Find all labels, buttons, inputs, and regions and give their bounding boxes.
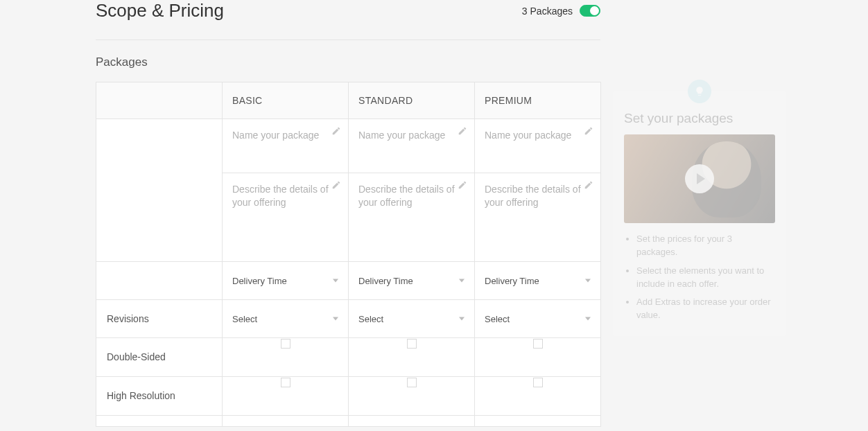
package-name-placeholder: Name your package	[232, 130, 319, 141]
high-res-checkbox-premium[interactable]	[533, 378, 543, 387]
package-name-placeholder: Name your package	[358, 130, 445, 141]
table-row	[223, 416, 349, 427]
table-row	[96, 416, 223, 427]
double-sided-row-label: Double-Sided	[96, 338, 223, 377]
pencil-icon	[584, 126, 593, 136]
pencil-icon	[458, 126, 467, 136]
revisions-row-label: Revisions	[96, 300, 223, 338]
package-name-placeholder: Name your package	[485, 130, 571, 141]
tips-video[interactable]	[624, 134, 775, 223]
play-icon	[685, 164, 714, 193]
revisions-select-premium[interactable]: Select	[475, 300, 600, 337]
column-header-premium: PREMIUM	[475, 82, 601, 119]
tips-title: Set your packages	[624, 111, 775, 126]
double-sided-checkbox-standard[interactable]	[407, 339, 417, 349]
tips-item: Add Extras to increase your order value.	[636, 296, 775, 322]
packages-table: BASIC STANDARD PREMIUM Name your package…	[96, 82, 601, 427]
package-desc-placeholder: Describe the details of your offering	[232, 184, 329, 208]
package-desc-placeholder: Describe the details of your offering	[358, 184, 455, 208]
delivery-select-premium[interactable]: Delivery Time	[475, 262, 600, 299]
table-row	[349, 416, 475, 427]
package-desc-input-standard[interactable]: Describe the details of your offering	[349, 173, 475, 262]
revisions-select-basic[interactable]: Select	[223, 300, 348, 337]
delivery-select-basic[interactable]: Delivery Time	[223, 262, 348, 299]
high-res-checkbox-basic[interactable]	[281, 378, 290, 387]
delivery-select-standard[interactable]: Delivery Time	[349, 262, 474, 299]
caret-down-icon	[333, 279, 338, 283]
pencil-icon	[331, 180, 341, 190]
package-desc-input-premium[interactable]: Describe the details of your offering	[475, 173, 601, 262]
pencil-icon	[458, 180, 467, 190]
package-name-input-standard[interactable]: Name your package	[349, 119, 475, 173]
revisions-select-value: Select	[232, 314, 257, 324]
package-name-input-basic[interactable]: Name your package	[223, 119, 349, 173]
bulb-icon	[688, 80, 711, 103]
page-title: Scope & Pricing	[96, 0, 224, 21]
high-res-row-label: High Resolution	[96, 377, 223, 416]
pencil-icon	[584, 180, 593, 190]
caret-down-icon	[459, 279, 465, 283]
caret-down-icon	[585, 279, 591, 283]
revisions-select-value: Select	[485, 314, 510, 324]
table-corner	[96, 82, 223, 119]
caret-down-icon	[585, 317, 591, 321]
high-res-checkbox-standard[interactable]	[407, 378, 417, 387]
tips-item: Select the elements you want to include …	[636, 265, 775, 291]
package-desc-placeholder: Describe the details of your offering	[485, 184, 581, 208]
toggle-knob	[590, 6, 599, 15]
revisions-select-value: Select	[358, 314, 383, 324]
column-header-standard: STANDARD	[349, 82, 475, 119]
column-header-basic: BASIC	[223, 82, 349, 119]
package-name-input-premium[interactable]: Name your package	[475, 119, 601, 173]
tips-card: Set your packages Set the prices for you…	[613, 91, 786, 336]
packages-section-title: Packages	[96, 55, 600, 69]
delivery-row-label	[96, 262, 223, 300]
tips-item: Set the prices for your 3 packages.	[636, 233, 775, 259]
caret-down-icon	[333, 317, 338, 321]
revisions-select-standard[interactable]: Select	[349, 300, 474, 337]
delivery-select-value: Delivery Time	[358, 276, 413, 286]
packages-toggle-label: 3 Packages	[522, 6, 573, 17]
name-desc-row-label	[96, 119, 223, 262]
caret-down-icon	[459, 317, 465, 321]
delivery-select-value: Delivery Time	[485, 276, 539, 286]
package-desc-input-basic[interactable]: Describe the details of your offering	[223, 173, 349, 262]
pencil-icon	[331, 126, 341, 136]
packages-toggle[interactable]	[580, 5, 600, 17]
double-sided-checkbox-basic[interactable]	[281, 339, 290, 349]
double-sided-checkbox-premium[interactable]	[533, 339, 543, 349]
table-row	[475, 416, 601, 427]
delivery-select-value: Delivery Time	[232, 276, 287, 286]
